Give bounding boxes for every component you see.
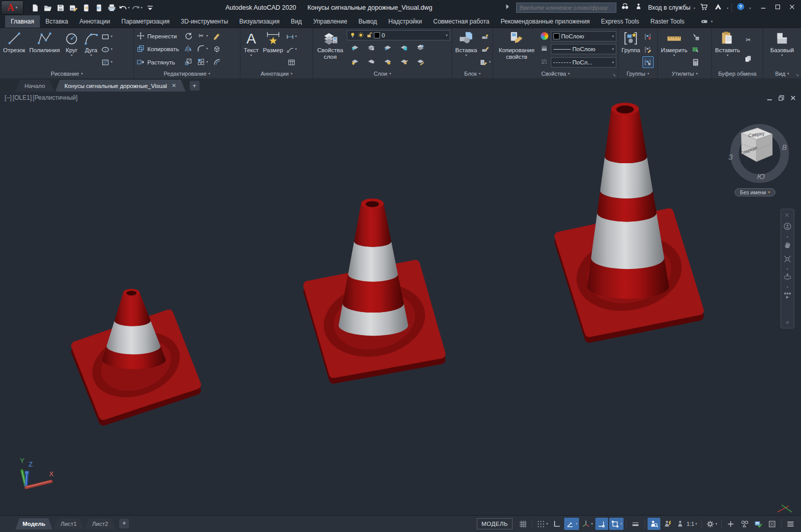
status-isometric-drafting-toggle[interactable]: ▾: [580, 518, 594, 530]
app-store-caret-icon[interactable]: ▾: [727, 6, 728, 10]
status-workspace-toggle[interactable]: ▾: [704, 518, 719, 530]
open-file-button[interactable]: [41, 2, 54, 14]
file-tab-active[interactable]: Конусы сигнальные дорожные_Visual✕: [55, 80, 186, 92]
ribbon-tab-аннотации[interactable]: Аннотации: [74, 15, 116, 28]
steering-wheel-icon[interactable]: [782, 219, 793, 235]
lineweight-dropdown[interactable]: ПоСлою▾: [551, 44, 616, 54]
status-annotation-autoscale-toggle[interactable]: [661, 518, 674, 530]
navbar-close-icon[interactable]: [781, 210, 793, 219]
status-grid-toggle[interactable]: [517, 518, 529, 530]
maximize-button[interactable]: [770, 2, 785, 14]
navbar-caret-icon[interactable]: ▾: [782, 267, 793, 271]
status-graphics-performance-toggle[interactable]: [752, 518, 765, 530]
layer-properties-button[interactable]: Свойства слоя: [315, 30, 346, 69]
rotate-button[interactable]: [181, 30, 195, 41]
dialog-launcher-icon[interactable]: ↘: [795, 73, 799, 77]
edit-attribute-button[interactable]: [480, 43, 491, 55]
navbar-customize-icon[interactable]: [782, 318, 793, 327]
status-annotation-visibility-toggle[interactable]: [648, 518, 660, 530]
select-similar-button[interactable]: [690, 43, 701, 55]
status-snap-toggle[interactable]: ▾: [535, 518, 549, 530]
scale-button[interactable]: [181, 56, 195, 68]
panel-label-utilities[interactable]: Утилиты▾: [658, 69, 711, 78]
minimize-button[interactable]: [756, 2, 770, 14]
hatch-button[interactable]: ▾: [101, 56, 113, 68]
status-annotation-monitor-toggle[interactable]: [724, 518, 737, 530]
layer-walk-button[interactable]: [380, 56, 396, 68]
insert-block-button[interactable]: Вставка▾: [454, 30, 479, 69]
panel-label-clipboard[interactable]: Буфер обмена: [712, 69, 763, 78]
navbar-caret-icon[interactable]: ▾: [782, 235, 793, 238]
match-properties-button[interactable]: Копирование свойств: [495, 30, 539, 69]
status-ortho-toggle[interactable]: [550, 518, 563, 530]
layer-dropdown[interactable]: 0 ▾: [347, 30, 450, 40]
ellipse-button[interactable]: ▾: [101, 43, 113, 55]
panel-label-annotation[interactable]: Аннотации▾: [240, 69, 313, 78]
save-as-button[interactable]: [67, 2, 79, 14]
viewport-control-minus[interactable]: [−]: [4, 94, 12, 101]
ribbon-tab-express-tools[interactable]: Express Tools: [595, 15, 644, 28]
dimension-button[interactable]: Размер: [261, 30, 285, 69]
app-store-icon[interactable]: [713, 2, 724, 13]
linetype-icon[interactable]: [540, 58, 549, 66]
layout-tab-лист1[interactable]: Лист1: [54, 518, 84, 529]
rectangle-button[interactable]: ▾: [101, 31, 113, 42]
ribbon-tab-параметризация[interactable]: Параметризация: [116, 15, 175, 28]
viewport-control-visual-style[interactable]: [Реалистичный]: [32, 94, 78, 101]
close-tab-icon[interactable]: ✕: [171, 82, 176, 89]
base-view-button[interactable]: Базовый▾: [769, 30, 795, 69]
status-customize-toggle[interactable]: [784, 518, 797, 530]
ribbon-tab-управление[interactable]: Управление: [307, 15, 353, 28]
ungroup-button[interactable]: [642, 31, 654, 42]
new-file-button[interactable]: [29, 2, 41, 14]
manage-attributes-button[interactable]: ▾: [480, 56, 491, 68]
layer-thaw-button[interactable]: [396, 56, 412, 68]
undo-button[interactable]: ▾: [118, 2, 130, 14]
ribbon-tab-вид[interactable]: Вид: [285, 15, 307, 28]
layer-isolate-button[interactable]: [363, 41, 380, 53]
dialog-launcher-icon[interactable]: ↘: [612, 73, 616, 77]
ribbon-options-button[interactable]: ▾: [695, 15, 717, 28]
layer-lock-button[interactable]: [396, 41, 412, 53]
panel-label-properties[interactable]: Свойства▾↘: [493, 69, 618, 78]
circle-button[interactable]: Круг▾: [62, 30, 81, 69]
panel-label-block[interactable]: Блок▾: [452, 69, 493, 78]
doc-minimize-button[interactable]: [767, 94, 772, 103]
viewport-control-view[interactable]: [OLE1]: [12, 94, 32, 101]
doc-restore-button[interactable]: [778, 94, 784, 103]
status-object-snap-toggle[interactable]: ▾: [609, 518, 624, 530]
ribbon-tab-raster-tools[interactable]: Raster Tools: [645, 15, 690, 28]
table-button[interactable]: [286, 56, 297, 68]
save-button[interactable]: [54, 2, 66, 14]
mirror-button[interactable]: [181, 43, 195, 55]
move-button[interactable]: Перенести: [136, 30, 180, 42]
multileader-button[interactable]: ▾: [286, 43, 297, 55]
panel-label-draw[interactable]: Рисование▾: [0, 69, 134, 78]
status-lineweight-display-toggle[interactable]: [629, 518, 642, 530]
status-osnap-tracking-toggle[interactable]: [595, 518, 608, 530]
ribbon-tab-рекомендованные-приложения[interactable]: Рекомендованные приложения: [495, 15, 595, 28]
create-block-button[interactable]: [480, 31, 491, 42]
zoom-icon[interactable]: [782, 253, 793, 267]
erase-button[interactable]: [210, 30, 224, 41]
cart-icon[interactable]: [698, 2, 709, 13]
panel-label-layers[interactable]: Слои▾: [313, 69, 452, 78]
trim-button[interactable]: ✂▾: [195, 30, 210, 41]
group-selectable-button[interactable]: [642, 56, 654, 68]
array-button[interactable]: ▾: [195, 56, 210, 68]
ribbon-tab-главная[interactable]: Главная: [5, 15, 40, 28]
showmotion-icon[interactable]: [782, 289, 793, 304]
layout-tab-модель[interactable]: Модель: [15, 518, 53, 529]
copy-clip-button[interactable]: [743, 53, 754, 65]
navbar-caret-icon[interactable]: ▾: [782, 285, 793, 289]
cut-button[interactable]: ✂: [743, 34, 754, 46]
search-icon[interactable]: [619, 2, 631, 13]
group-edit-button[interactable]: [642, 43, 654, 55]
text-button[interactable]: AТекст▾: [242, 30, 260, 69]
help-caret-icon[interactable]: ▾: [749, 6, 751, 10]
ribbon-tab-надстройки[interactable]: Надстройки: [383, 15, 428, 28]
model-space-badge[interactable]: МОДЕЛЬ: [477, 518, 513, 529]
application-menu-button[interactable]: A▾: [1, 1, 24, 15]
viewcube[interactable]: З В Ю Сверху Спереди Без имени▾: [724, 121, 797, 201]
quick-select-button[interactable]: [690, 31, 701, 42]
